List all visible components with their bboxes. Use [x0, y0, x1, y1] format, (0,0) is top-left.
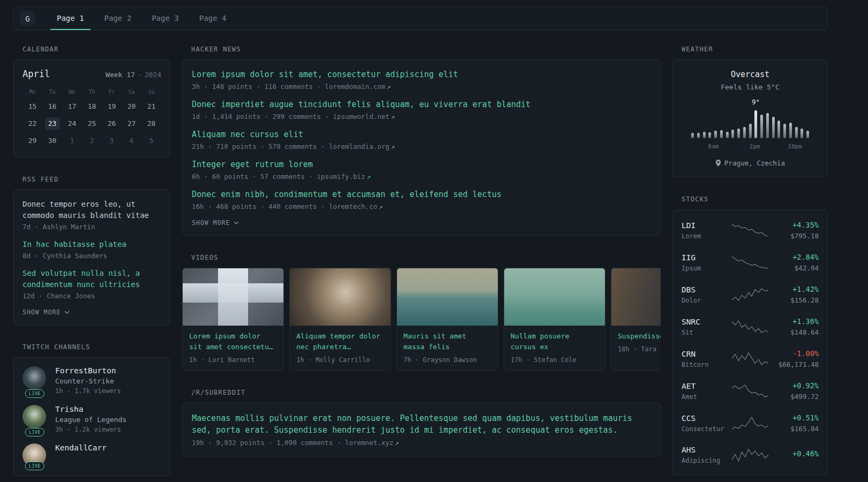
video-title: Nullam posuere cursus ex	[511, 331, 598, 352]
videos-widget: VIDEOS Lorem ipsum dolor sit amet consec…	[182, 254, 661, 371]
video-card[interactable]: Lorem ipsum dolor sit amet consectetu… 1…	[182, 268, 284, 371]
stock-sparkline	[731, 448, 769, 462]
twitch-channel[interactable]: LIVE KendallCarr	[23, 443, 161, 467]
twitch-channel[interactable]: LIVE ForrestBurton Counter-Strike 1h · 1…	[23, 366, 161, 395]
tab-page-2[interactable]: Page 2	[98, 7, 138, 30]
hn-story-domain-link[interactable]: loremtech.co↗	[329, 202, 383, 210]
stock-name: Ipsum	[682, 265, 731, 272]
calendar-widget-title: CALENDAR	[23, 46, 170, 53]
reddit-post-domain-link[interactable]: loremnet.xyz↗	[345, 439, 399, 447]
calendar-weekday: Mo	[23, 89, 42, 95]
external-link-icon: ↗	[367, 173, 371, 180]
stock-row[interactable]: LDILorem+4.35%$795.18	[682, 214, 819, 246]
twitch-channel-name: KendallCarr	[55, 443, 107, 452]
hn-story-domain-link[interactable]: ipsumworld.net↗	[333, 112, 395, 120]
rss-item-title[interactable]: In hac habitasse platea	[23, 239, 161, 250]
calendar-weekday-row: MoTuWeThFrSaSu	[23, 89, 161, 95]
hn-story: Aliquam nec cursus elit 21h · 710 points…	[192, 129, 651, 150]
video-card[interactable]: Nullam posuere cursus ex 17h · Stefan Co…	[504, 268, 605, 371]
stock-row[interactable]: SNRCSit+1.36%$148.64	[682, 311, 819, 343]
stock-sparkline	[731, 384, 769, 398]
hn-story-title[interactable]: Donec enim nibh, condimentum et accumsan…	[192, 189, 651, 200]
calendar-year: 2024	[145, 71, 161, 79]
rss-item-title[interactable]: Donec tempor eros leo, ut commodo mauris…	[23, 199, 161, 221]
calendar-day: 21	[141, 100, 161, 113]
stock-ticker: SNRC	[682, 318, 731, 326]
weather-widget-title: WEATHER	[682, 46, 828, 53]
stock-sparkline	[731, 223, 769, 237]
location-pin-icon	[715, 160, 721, 167]
stock-change: +4.35%	[769, 221, 819, 229]
stock-ticker: CCS	[682, 414, 731, 423]
live-badge: LIVE	[25, 389, 44, 398]
stock-sparkline	[731, 416, 769, 430]
hn-show-more-button[interactable]: SHOW MORE	[192, 219, 239, 227]
app-logo: G	[20, 11, 35, 26]
video-meta: 1h · Lori Barnett	[189, 356, 277, 364]
weather-bar	[726, 132, 729, 138]
calendar-widget: CALENDAR April Week 17·2024 MoTuWeThFrSa…	[13, 46, 170, 157]
left-column: CALENDAR April Week 17·2024 MoTuWeThFrSa…	[13, 46, 170, 482]
reddit-post: Maecenas mollis pulvinar erat non posuer…	[192, 412, 651, 447]
stock-row[interactable]: CCSConsectetur+0.51%$165.84	[682, 407, 819, 439]
video-thumbnail	[183, 268, 283, 326]
calendar-month: April	[23, 69, 50, 79]
video-card[interactable]: Aliquam tempor dolor nec pharetra… 1h · …	[289, 268, 391, 371]
hn-story-meta: 16h · 468 points · 440 comments ·	[192, 202, 325, 210]
calendar-day: 26	[102, 117, 122, 130]
video-card[interactable]: Suspendisse diam 18h · Tara	[611, 268, 661, 371]
live-badge: LIVE	[25, 428, 44, 436]
weather-bar	[720, 130, 723, 138]
hn-story-domain-link[interactable]: loremdomain.com↗	[325, 82, 391, 91]
stock-row[interactable]: AHSAdipiscing+0.46%	[682, 439, 819, 471]
calendar-day: 29	[23, 134, 42, 147]
hn-story-title[interactable]: Donec imperdiet augue tincidunt felis al…	[192, 99, 651, 110]
stock-price: $156.28	[769, 296, 819, 304]
hn-story-meta: 1d · 1,414 points · 299 comments ·	[192, 112, 329, 120]
hn-story-title[interactable]: Lorem ipsum dolor sit amet, consectetur …	[192, 69, 651, 80]
stock-row[interactable]: CRNBitcorn-1.00%$66,171.48	[682, 343, 819, 375]
weather-bar	[743, 127, 746, 138]
reddit-post-title[interactable]: Maecenas mollis pulvinar erat non posuer…	[192, 412, 651, 436]
weather-peak-temp: 9°	[752, 99, 759, 106]
tab-page-4[interactable]: Page 4	[193, 7, 233, 30]
tab-page-1[interactable]: Page 1	[50, 7, 91, 30]
stock-row[interactable]: IIGIpsum+2.84%$42.04	[682, 246, 819, 278]
chevron-down-icon	[234, 221, 239, 224]
video-card[interactable]: Mauris sit amet massa felis 7h · Grayson…	[396, 268, 498, 371]
page-tabs: Page 1 Page 2 Page 3 Page 4	[47, 7, 236, 30]
rss-item-meta: 12d · Chance Jones	[23, 292, 161, 300]
calendar-day: 17	[62, 100, 82, 113]
twitch-channel-meta: 1h · 1.7k viewers	[55, 387, 121, 395]
calendar-day: 3	[102, 134, 122, 147]
calendar-day: 4	[122, 134, 141, 147]
calendar-day-grid: 1516171819202122232425262728293012345	[23, 100, 161, 147]
stock-change: +2.84%	[769, 253, 819, 261]
video-carousel: Lorem ipsum dolor sit amet consectetu… 1…	[182, 268, 661, 371]
rss-item-title[interactable]: Sed volutpat nulla nisl, a condimentum n…	[23, 268, 161, 290]
calendar-weekday: Su	[141, 89, 161, 95]
weather-bar	[789, 123, 792, 138]
stock-row[interactable]: AETAmet+0.92%$499.72	[682, 375, 819, 407]
stock-ticker: CRN	[682, 350, 731, 358]
rss-show-more-button[interactable]: SHOW MORE	[23, 308, 70, 316]
hn-story-title[interactable]: Aliquam nec cursus elit	[192, 129, 651, 140]
weather-bar	[731, 130, 734, 138]
twitch-channel-meta: 3h · 1.2k viewers	[55, 426, 126, 433]
hn-story-title[interactable]: Integer eget rutrum lorem	[192, 159, 651, 170]
tab-page-3[interactable]: Page 3	[145, 7, 185, 30]
weather-time-axis: 6am2pm10pm	[691, 143, 809, 151]
external-link-icon: ↗	[387, 83, 391, 91]
hn-story: Lorem ipsum dolor sit amet, consectetur …	[192, 69, 651, 91]
weather-bar	[714, 131, 717, 138]
weather-time-label: 6am	[708, 143, 719, 150]
calendar-day: 24	[62, 117, 82, 130]
hn-story-domain-link[interactable]: ipsumify.biz↗	[317, 172, 371, 180]
video-title: Suspendisse diam	[618, 331, 661, 342]
calendar-day-selected: 23	[45, 117, 60, 130]
hn-story-domain-link[interactable]: loremlandia.org↗	[329, 142, 395, 150]
stock-name: Consectetur	[682, 425, 731, 433]
calendar-day: 27	[122, 117, 141, 130]
stock-row[interactable]: DBSDolor+1.42%$156.28	[682, 278, 819, 311]
twitch-channel[interactable]: LIVE Trisha League of Legends 3h · 1.2k …	[23, 405, 161, 433]
